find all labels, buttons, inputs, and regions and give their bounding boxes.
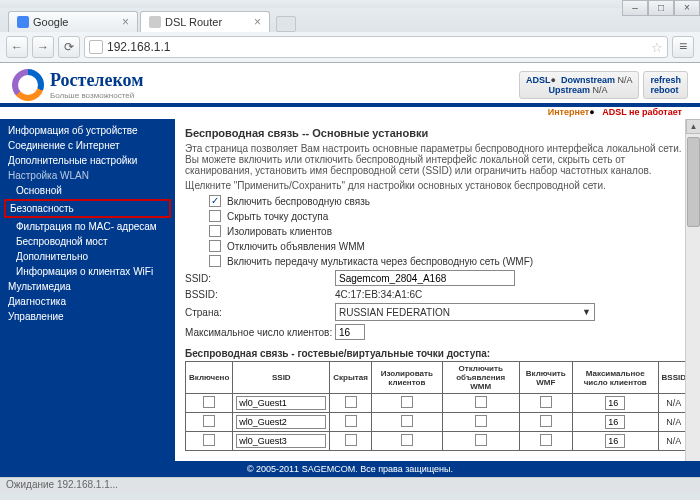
guest2-hidden-checkbox[interactable]: [345, 415, 357, 427]
guest1-wmm-checkbox[interactable]: [475, 396, 487, 408]
url-text: 192.168.1.1: [107, 40, 170, 54]
tab-label: Google: [33, 16, 68, 28]
table-row: N/A: [186, 413, 690, 432]
enable-wireless-checkbox[interactable]: ✓: [209, 195, 221, 207]
guest3-wmm-checkbox[interactable]: [475, 434, 487, 446]
sidebar-item-wifi-clients[interactable]: Информация о клиентах WiFi: [0, 264, 175, 279]
guest2-wmf-checkbox[interactable]: [540, 415, 552, 427]
guest1-enable-checkbox[interactable]: [203, 396, 215, 408]
guest1-ssid-input[interactable]: [236, 396, 326, 410]
sidebar-item-diagnostics[interactable]: Диагностика: [0, 294, 175, 309]
guest3-ssid-input[interactable]: [236, 434, 326, 448]
disable-wmm-checkbox[interactable]: [209, 240, 221, 252]
sidebar-item-advanced[interactable]: Дополнительные настройки: [0, 153, 175, 168]
isolate-clients-checkbox[interactable]: [209, 225, 221, 237]
bssid-value: 4C:17:EB:34:A1:6C: [335, 289, 422, 300]
browser-status-bar: Ожидание 192.168.1.1...: [0, 477, 700, 493]
sidebar-item-basic[interactable]: Основной: [0, 183, 175, 198]
sidebar-item-device-info[interactable]: Информация об устройстве: [0, 123, 175, 138]
guest1-max-input[interactable]: [605, 396, 625, 410]
reload-button[interactable]: ⟳: [58, 36, 80, 58]
refresh-link[interactable]: refresh: [650, 75, 681, 85]
rostelecom-logo-icon: [12, 69, 44, 101]
address-bar[interactable]: 192.168.1.1 ☆: [84, 36, 668, 58]
guest1-hidden-checkbox[interactable]: [345, 396, 357, 408]
page-footer: © 2005-2011 SAGEMCOM. Все права защищены…: [0, 461, 700, 477]
sidebar-item-management[interactable]: Управление: [0, 309, 175, 324]
page-favicon-icon: [149, 16, 161, 28]
reboot-link[interactable]: reboot: [650, 85, 678, 95]
guest2-ssid-input[interactable]: [236, 415, 326, 429]
country-select[interactable]: RUSSIAN FEDERATION▼: [335, 303, 595, 321]
max-clients-input[interactable]: [335, 324, 365, 340]
hide-ap-checkbox[interactable]: [209, 210, 221, 222]
google-favicon-icon: [17, 16, 29, 28]
guest2-wmm-checkbox[interactable]: [475, 415, 487, 427]
guest1-wmf-checkbox[interactable]: [540, 396, 552, 408]
table-row: N/A: [186, 432, 690, 451]
sidebar-item-security[interactable]: Безопасность: [10, 203, 165, 214]
sidebar-item-mac-filter[interactable]: Фильтрация по MAC- адресам: [0, 219, 175, 234]
tab-dsl-router[interactable]: DSL Router ×: [140, 11, 270, 32]
chrome-menu-button[interactable]: ≡: [672, 36, 694, 58]
sidebar-item-wlan[interactable]: Настройка WLAN: [0, 168, 175, 183]
enable-wmf-checkbox[interactable]: [209, 255, 221, 267]
vertical-scrollbar[interactable]: ▲ ▼: [685, 119, 700, 479]
guest2-isolate-checkbox[interactable]: [401, 415, 413, 427]
sidebar-nav: Информация об устройстве Соединение с Ин…: [0, 119, 175, 479]
tab-strip: Google × DSL Router ×: [0, 8, 700, 32]
guest3-wmf-checkbox[interactable]: [540, 434, 552, 446]
window-maximize[interactable]: □: [648, 0, 674, 16]
guest1-isolate-checkbox[interactable]: [401, 396, 413, 408]
guest3-isolate-checkbox[interactable]: [401, 434, 413, 446]
connection-status: ADSL● Downstream N/A Upstream N/A refres…: [519, 71, 688, 99]
page-description: Эта страница позволяет Вам настроить осн…: [185, 143, 690, 176]
guest3-max-input[interactable]: [605, 434, 625, 448]
window-minimize[interactable]: –: [622, 0, 648, 16]
sidebar-item-multimedia[interactable]: Мультимедиа: [0, 279, 175, 294]
guest-ap-table: Включено SSID Скрытая Изолировать клиент…: [185, 361, 690, 451]
guest3-enable-checkbox[interactable]: [203, 434, 215, 446]
page-title: Беспроводная связь -- Основные установки: [185, 127, 690, 139]
back-button[interactable]: ←: [6, 36, 28, 58]
brand-logo: Ростелеком Больше возможностей: [12, 69, 144, 101]
bookmark-star-icon[interactable]: ☆: [651, 40, 663, 55]
ssid-input[interactable]: [335, 270, 515, 286]
window-close[interactable]: ×: [674, 0, 700, 16]
forward-button[interactable]: →: [32, 36, 54, 58]
new-tab-button[interactable]: [276, 16, 296, 32]
tab-close-icon[interactable]: ×: [254, 15, 261, 29]
main-content: Беспроводная связь -- Основные установки…: [175, 119, 700, 479]
scroll-thumb[interactable]: [687, 137, 700, 227]
table-row: N/A: [186, 394, 690, 413]
sidebar-item-wireless-bridge[interactable]: Беспроводной мост: [0, 234, 175, 249]
tab-close-icon[interactable]: ×: [122, 15, 129, 29]
dropdown-arrow-icon: ▼: [582, 307, 591, 317]
guest3-hidden-checkbox[interactable]: [345, 434, 357, 446]
sidebar-item-security-highlight: Безопасность: [4, 199, 171, 218]
tab-label: DSL Router: [165, 16, 222, 28]
brand-tagline: Больше возможностей: [50, 91, 144, 100]
page-hint: Щелкните "Применить/Сохранить" для настр…: [185, 180, 690, 191]
sidebar-item-internet[interactable]: Соединение с Интернет: [0, 138, 175, 153]
sidebar-item-additional[interactable]: Дополнительно: [0, 249, 175, 264]
guest-ap-title: Беспроводная связь - гостевые/виртуальны…: [185, 348, 690, 359]
tab-google[interactable]: Google ×: [8, 11, 138, 32]
scroll-up-button[interactable]: ▲: [686, 119, 700, 134]
guest2-max-input[interactable]: [605, 415, 625, 429]
guest2-enable-checkbox[interactable]: [203, 415, 215, 427]
brand-name: Ростелеком: [50, 70, 144, 91]
site-info-icon[interactable]: [89, 40, 103, 54]
